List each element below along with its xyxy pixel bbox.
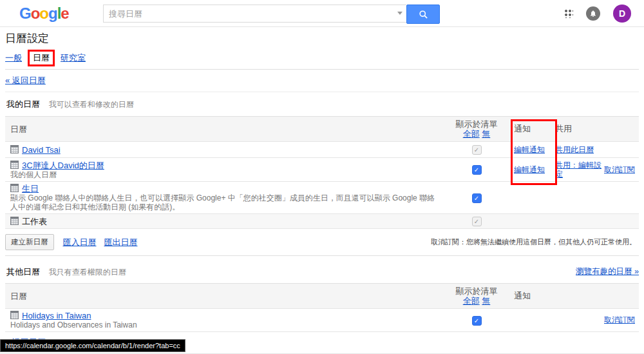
col-notifications: 通知: [509, 290, 555, 302]
unsubscribe-link[interactable]: 取消訂閱: [604, 165, 635, 174]
show-none-link[interactable]: 無: [482, 296, 490, 306]
col-show-in-list: 顯示於清單 全部 無: [444, 286, 509, 306]
show-checkbox[interactable]: ✓: [472, 316, 482, 326]
calendar-link[interactable]: Holidays in Taiwan: [22, 311, 91, 320]
search-input[interactable]: [103, 5, 406, 23]
table-row: 工作表 ✓: [5, 214, 639, 229]
logo-letter: o: [39, 5, 48, 22]
tab-general[interactable]: 一般: [5, 52, 22, 64]
show-all-link[interactable]: 全部: [463, 129, 480, 139]
col-calendar: 日曆: [5, 123, 444, 136]
table-row: David Tsai ✓ 編輯通知 共用此日曆: [5, 142, 639, 158]
edit-notifications-link[interactable]: 編輯通知: [514, 165, 545, 174]
apps-grid-icon[interactable]: [564, 8, 573, 18]
calendar-description: 我的個人日曆: [10, 170, 444, 179]
other-calendars-heading: 瀏覽有趣的日曆 » 其他日曆 我只有查看權限的日曆: [6, 266, 639, 278]
calendar-description: Holidays and Observances in Taiwan: [10, 320, 444, 329]
unsubscribe-link[interactable]: 取消訂閱: [604, 315, 635, 324]
topbar: Google D: [0, 0, 644, 27]
google-logo[interactable]: Google: [19, 6, 69, 21]
show-checkbox[interactable]: ✓: [472, 165, 482, 175]
table-row: 生日 顯示 Google 聯絡人中的聯絡人生日，也可以選擇顯示 Google+ …: [5, 182, 639, 214]
show-checkbox[interactable]: ✓: [472, 217, 482, 226]
notifications-button[interactable]: [586, 6, 600, 21]
logo-letter: o: [31, 5, 40, 22]
calendar-name: 工作表: [22, 217, 47, 226]
section-subtitle: 我可以查看和修改的日曆: [49, 100, 134, 109]
settings-tabs: 一般 日曆 研究室: [5, 50, 639, 70]
col-notifications: 通知: [509, 123, 555, 135]
col-show-in-list: 顯示於清單 全部 無: [444, 119, 509, 139]
calendar-icon: [10, 161, 19, 169]
calendar-link[interactable]: 3C胖達人David的日曆: [22, 161, 104, 170]
export-calendar-link[interactable]: 匯出日曆: [104, 237, 138, 248]
search-bar: [103, 5, 440, 24]
show-all-link[interactable]: 全部: [463, 296, 480, 306]
share-edit-settings-link[interactable]: 共用：編輯設定: [555, 161, 601, 179]
browse-interesting-calendars-link[interactable]: 瀏覽有趣的日曆 »: [576, 266, 639, 277]
calendar-description: 顯示 Google 聯絡人中的聯絡人生日，也可以選擇顯示 Google+ 中「您…: [10, 193, 435, 211]
logo-letter: g: [48, 5, 57, 22]
logo-letter: e: [61, 5, 68, 22]
calendar-icon: [10, 145, 19, 153]
section-title: 其他日曆: [6, 267, 40, 277]
calendar-icon: [10, 311, 19, 319]
table-header-row: 日曆 顯示於清單 全部 無 通知: [5, 284, 639, 309]
calendar-link[interactable]: David Tsai: [22, 145, 61, 155]
show-in-list-label: 顯示於清單: [444, 286, 509, 296]
share-calendar-link[interactable]: 共用此日曆: [555, 145, 594, 154]
table-header-row: 日曆 顯示於清單 全部 無 通知 共用: [5, 117, 639, 142]
back-to-calendar-link[interactable]: « 返回日曆: [5, 75, 46, 85]
tab-calendars-annotated[interactable]: 日曆: [28, 50, 55, 66]
my-calendars-table: 日曆 顯示於清單 全部 無 通知 共用 David Tsai ✓ 編輯通知 共用…: [5, 116, 639, 229]
calendar-link[interactable]: 生日: [22, 184, 39, 193]
other-calendars-table: 日曆 顯示於清單 全部 無 通知 Holidays in Taiwan Holi…: [5, 283, 639, 332]
create-calendar-button[interactable]: 建立新日曆: [5, 234, 54, 250]
page-title: 日曆設定: [5, 31, 639, 46]
search-button[interactable]: [406, 5, 440, 24]
show-in-list-label: 顯示於清單: [444, 119, 509, 129]
section-subtitle: 我只有查看權限的日曆: [49, 268, 126, 277]
table-row: Holidays in Taiwan Holidays and Observan…: [5, 309, 639, 332]
calendar-icon: [10, 184, 19, 192]
browser-status-bar: https://calendar.google.com/calendar/b/1…: [0, 339, 185, 352]
tab-labs[interactable]: 研究室: [61, 52, 86, 64]
edit-notifications-link[interactable]: 編輯通知: [514, 145, 545, 154]
col-calendar: 日曆: [5, 290, 444, 303]
logo-letter: G: [19, 5, 31, 22]
show-checkbox[interactable]: ✓: [472, 145, 482, 155]
col-sharing: 共用: [555, 123, 639, 135]
show-none-link[interactable]: 無: [482, 129, 490, 139]
section-title: 我的日曆: [6, 99, 40, 109]
search-icon: [419, 10, 428, 19]
my-calendars-heading: 我的日曆 我可以查看和修改的日曆: [6, 99, 639, 110]
unsubscribe-note: 取消訂閱：您將無法繼續使用這個日曆，但其他人仍可正常使用。: [431, 237, 639, 247]
calendar-icon: [10, 217, 19, 225]
bell-icon: [589, 10, 597, 17]
avatar-letter: D: [619, 8, 625, 19]
table-row: 3C胖達人David的日曆 我的個人日曆 ✓ 編輯通知 共用：編輯設定 取消訂閱: [5, 158, 639, 182]
show-checkbox[interactable]: ✓: [472, 193, 482, 203]
search-dropdown-icon[interactable]: [397, 12, 402, 15]
import-calendar-link[interactable]: 匯入日曆: [63, 237, 97, 248]
table-actions: 建立新日曆 匯入日曆 匯出日曆 取消訂閱：您將無法繼續使用這個日曆，但其他人仍可…: [5, 229, 639, 256]
user-avatar[interactable]: D: [613, 5, 631, 23]
